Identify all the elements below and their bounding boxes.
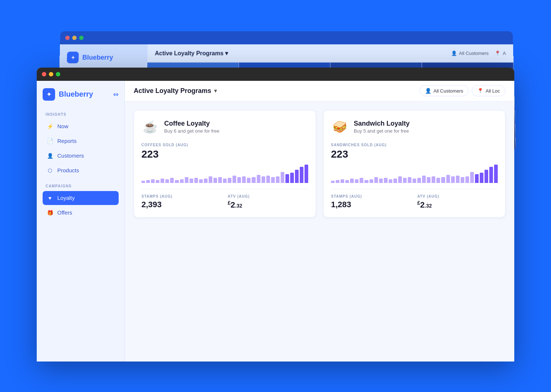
sidebar-loyalty-label: Loyalty [57, 195, 75, 201]
maximize-dot[interactable] [56, 72, 60, 76]
sidebar-item-now[interactable]: ⚡ Now [43, 119, 119, 133]
sandwich-atv-stat: ATV (AUG) £2.32 [417, 194, 498, 210]
bg-filter: 👤 All Customers 📍 A [451, 50, 506, 56]
filter-locations-btn[interactable]: 📍 All Loc [472, 85, 505, 96]
sandwich-currency: £ [417, 200, 420, 206]
sandwich-emoji: 🥪 [331, 118, 349, 136]
sidebar-item-loyalty[interactable]: ♥ Loyalty [43, 191, 119, 205]
cards-area: ☕ Coffee Loyalty Buy 6 and get one for f… [125, 101, 514, 362]
sandwich-sold-label: SANDWICHES SOLD (AUG) [331, 143, 498, 147]
minimize-dot[interactable] [49, 72, 53, 76]
sandwich-atv-label: ATV (AUG) [417, 194, 498, 198]
bg-minimize-dot [72, 36, 76, 40]
coffee-atv-value: £2.32 [228, 200, 308, 210]
sidebar-item-customers[interactable]: 👤 Customers [43, 149, 119, 163]
customers-icon: 👤 [46, 152, 54, 159]
bg-program-selector: Active Loyalty Programs ▾ [155, 50, 228, 57]
bg-logo-text: Blueberry [82, 53, 113, 61]
coffee-atv-stat: ATV (AUG) £2.32 [228, 194, 308, 210]
program-selector[interactable]: Active Loyalty Programs ▾ [134, 87, 217, 95]
sandwich-card-title: Sandwich Loyalty [354, 120, 410, 127]
logo-icon: ✦ [43, 88, 55, 101]
sandwich-stamps-stat: STAMPS (AUG) 1,283 [331, 194, 411, 210]
coffee-card-title: Coffee Loyalty [164, 120, 219, 127]
heart-icon: ♥ [46, 194, 54, 202]
sidebar-item-offers[interactable]: 🎁 Offers [43, 206, 119, 220]
app-content: ✦ Blueberry ⇔ INSIGHTS ⚡ Now 📄 Reports 👤… [37, 81, 514, 362]
customer-filter-icon: 👤 [425, 88, 431, 94]
chevron-down-icon: ▾ [214, 88, 217, 94]
reports-icon: 📄 [46, 137, 54, 145]
main-window: ✦ Blueberry ⇔ INSIGHTS ⚡ Now 📄 Reports 👤… [37, 68, 514, 362]
sandwich-card-subtitle: Buy 5 and get one for free [354, 128, 410, 134]
coffee-card-subtitle: Buy 6 and get one for free [164, 128, 219, 134]
sidebar-item-reports[interactable]: 📄 Reports [43, 134, 119, 148]
coffee-bar-chart [141, 165, 308, 183]
coffee-sold-value: 223 [141, 148, 308, 160]
sandwich-sold-value: 223 [331, 148, 498, 160]
coffee-atv-decimal: .32 [235, 203, 242, 209]
products-icon: ⬡ [46, 167, 54, 174]
coffee-card-bottom: STAMPS (AUG) 2,393 ATV (AUG) £2.32 [141, 189, 308, 210]
sidebar-menu-icon[interactable]: ⇔ [113, 90, 119, 98]
topbar: Active Loyalty Programs ▾ 👤 All Customer… [125, 81, 514, 101]
program-selector-label: Active Loyalty Programs [134, 87, 211, 95]
sidebar-logo: ✦ Blueberry ⇔ [43, 88, 119, 101]
bg-topbar: Active Loyalty Programs ▾ 👤 All Customer… [147, 44, 514, 62]
close-dot[interactable] [42, 72, 46, 76]
filter-customers-btn[interactable]: 👤 All Customers [419, 85, 469, 96]
lightning-icon: ⚡ [46, 123, 54, 130]
campaigns-section-label: CAMPAIGNS [43, 184, 119, 188]
scene: ✦ Blueberry INSIGHTS ⚡ Now Active Loyalt… [37, 31, 514, 362]
sandwich-stamps-value: 1,283 [331, 200, 411, 209]
main-titlebar [37, 68, 514, 81]
location-filter-icon: 📍 [477, 88, 483, 94]
sidebar-item-products[interactable]: ⬡ Products [43, 163, 119, 177]
sandwich-atv-decimal: .32 [425, 203, 432, 209]
sidebar-reports-label: Reports [57, 138, 77, 144]
gift-icon: 🎁 [46, 209, 54, 216]
logo-symbol: ✦ [46, 90, 52, 98]
filter-locations-label: All Loc [486, 88, 500, 94]
coffee-currency: £ [228, 200, 231, 206]
filter-customers-label: All Customers [433, 88, 463, 94]
coffee-sold-label: COFFEES SOLD (AUG) [141, 143, 308, 147]
sidebar-customers-label: Customers [57, 152, 84, 159]
coffee-atv-whole: 2 [231, 200, 235, 209]
sandwich-card-header: 🥪 Sandwich Loyalty Buy 5 and get one for… [331, 118, 498, 136]
filter-group: 👤 All Customers 📍 All Loc [419, 85, 505, 96]
sandwich-atv-value: £2.32 [417, 200, 498, 210]
sidebar: ✦ Blueberry ⇔ INSIGHTS ⚡ Now 📄 Reports 👤… [37, 81, 125, 362]
insights-section-label: INSIGHTS [43, 112, 119, 116]
sidebar-products-label: Products [57, 167, 79, 173]
sidebar-now-label: Now [57, 123, 68, 129]
coffee-stamps-stat: STAMPS (AUG) 2,393 [141, 194, 222, 210]
sandwich-bar-chart [331, 165, 498, 183]
main-content: Active Loyalty Programs ▾ 👤 All Customer… [125, 81, 514, 362]
coffee-atv-label: ATV (AUG) [228, 194, 308, 198]
coffee-stamps-label: STAMPS (AUG) [141, 194, 222, 198]
bg-logo: ✦ Blueberry [67, 51, 140, 63]
coffee-loyalty-card: ☕ Coffee Loyalty Buy 6 and get one for f… [134, 110, 316, 217]
sandwich-stamps-label: STAMPS (AUG) [331, 194, 411, 198]
sandwich-card-info: Sandwich Loyalty Buy 5 and get one for f… [354, 120, 410, 134]
coffee-emoji: ☕ [141, 118, 159, 136]
sandwich-card-bottom: STAMPS (AUG) 1,283 ATV (AUG) £2.32 [331, 189, 498, 210]
sidebar-offers-label: Offers [57, 209, 72, 216]
sandwich-atv-whole: 2 [420, 200, 425, 209]
bg-maximize-dot [79, 36, 83, 40]
bg-close-dot [65, 36, 70, 40]
sandwich-loyalty-card: 🥪 Sandwich Loyalty Buy 5 and get one for… [323, 110, 505, 217]
coffee-stamps-value: 2,393 [141, 200, 222, 209]
bg-logo-icon: ✦ [67, 51, 79, 63]
coffee-card-info: Coffee Loyalty Buy 6 and get one for fre… [164, 120, 219, 134]
logo-text: Blueberry [59, 90, 93, 98]
bg-titlebar [60, 31, 513, 44]
coffee-card-header: ☕ Coffee Loyalty Buy 6 and get one for f… [141, 118, 308, 136]
